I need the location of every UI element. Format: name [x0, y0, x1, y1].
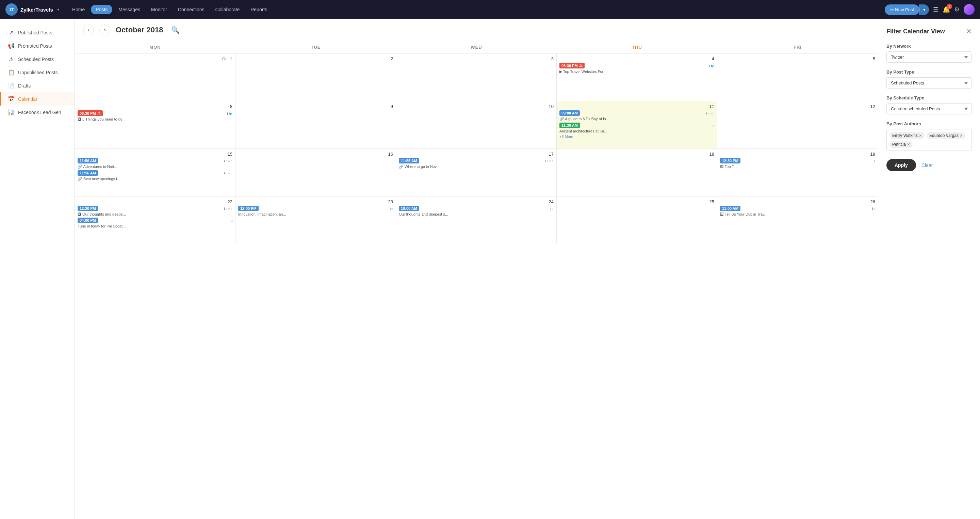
- calendar-label: Calendar: [18, 96, 37, 102]
- scheduled-posts-icon: ⚠: [8, 56, 14, 62]
- calendar-header: ‹ › October 2018 🔍: [75, 19, 878, 41]
- time-badge: 11:30 AM: [559, 123, 580, 128]
- nav-collaborate[interactable]: Collaborate: [211, 5, 245, 14]
- filter-post-type-select[interactable]: Scheduled Posts Published Posts Drafts U…: [886, 77, 972, 89]
- post-title: 🔗 Adventures in Nort...: [78, 164, 232, 169]
- sidebar-item-unpublished-posts[interactable]: 📋 Unpublished Posts: [0, 66, 75, 79]
- post-title: 🔗 Where to go in Nov...: [399, 164, 554, 169]
- post-title: 🖼 Tell Us Your Dublin Trav...: [720, 212, 875, 216]
- cal-date: 10: [399, 104, 554, 109]
- authors-container[interactable]: Emily Watkins × Eduardo Vargas × Petrici…: [886, 129, 972, 151]
- nav-home[interactable]: Home: [67, 5, 89, 14]
- new-post-dropdown-button[interactable]: ▾: [920, 5, 929, 15]
- nav-posts[interactable]: Posts: [91, 5, 112, 14]
- brand[interactable]: ZT ZylkerTravels ▾: [5, 3, 59, 16]
- info-icon: ℹ: [224, 207, 225, 211]
- filter-network-select[interactable]: Twitter Facebook Instagram LinkedIn: [886, 51, 972, 63]
- ni1: ○: [873, 207, 875, 211]
- author-remove-emily[interactable]: ×: [919, 133, 922, 138]
- cal-cell-16[interactable]: 16: [235, 149, 396, 196]
- day-header-tue: TUE: [235, 41, 396, 53]
- post-event[interactable]: 04:00 PM ℹ Tune in today for live updat.…: [78, 217, 232, 228]
- cal-cell-8[interactable]: 8 06:30 PM ⚠ ℹ 🐦 🖼 3 Things you need to …: [75, 101, 235, 149]
- post-event[interactable]: 06:30 PM ⚠ ℹ 🐦 🖼 3 Things you need to do…: [78, 110, 232, 121]
- cal-date: 18: [559, 152, 714, 156]
- filter-schedule-type-select[interactable]: Custom-scheduled Posts Best Time to Post…: [886, 103, 972, 115]
- nav-connections[interactable]: Connections: [173, 5, 209, 14]
- cal-cell-10[interactable]: 10: [396, 101, 557, 149]
- apply-button[interactable]: Apply: [886, 159, 916, 171]
- cal-date: 9: [238, 104, 393, 109]
- calendar-weeks: Oct 1 2 3 4 06:30 PM ⚠: [75, 53, 878, 244]
- brand-chevron-icon: ▾: [57, 7, 59, 12]
- notifications[interactable]: 🔔 2: [943, 6, 950, 13]
- post-event[interactable]: 12:30 PM ℹ ○ ○ ○ 🖼 Our thoughts and deep…: [78, 206, 232, 216]
- post-event[interactable]: 11:56 AM ℹ ○ ○ ○ 🔗 Best new openings f..…: [78, 170, 232, 181]
- filter-close-button[interactable]: ✕: [966, 27, 972, 35]
- cal-cell-3[interactable]: 3: [396, 53, 557, 101]
- cal-date: 12: [720, 104, 875, 109]
- nav-links: Home Posts Messages Monitor Connections …: [67, 5, 882, 14]
- nav-reports[interactable]: Reports: [246, 5, 272, 14]
- cal-cell-18[interactable]: 18: [557, 149, 717, 196]
- post-event[interactable]: 11:30 AM ○ Ancient architectures at Ka..…: [559, 123, 714, 133]
- post-event[interactable]: 10:00 AM ℹ ○ Our thoughts and deepest s.…: [399, 206, 554, 216]
- cal-cell-9[interactable]: 9: [235, 101, 396, 149]
- menu-icon[interactable]: ☰: [933, 6, 939, 13]
- cal-cell-19[interactable]: 19 12:30 PM ℹ 🖼 Top T...: [717, 149, 878, 196]
- cal-cell-17[interactable]: 17 11:55 AM ℹ ○ ○ ○ �: [396, 149, 557, 196]
- sidebar-item-promoted-posts[interactable]: 📢 Promoted Posts: [0, 39, 75, 53]
- cal-cell-24[interactable]: 24 10:00 AM ℹ ○ Our thoughts and deepest…: [396, 196, 557, 244]
- sidebar-item-facebook-lead-gen[interactable]: 📊 Facebook Lead Gen: [0, 105, 75, 119]
- info-icon: ℹ: [227, 112, 228, 115]
- cal-cell-11[interactable]: 11 09:00 AM ℹ ○ ○ ○ �: [557, 101, 717, 149]
- user-avatar[interactable]: [964, 4, 975, 15]
- cal-cell-15[interactable]: 15 11:56 AM ℹ ○ ○ ○ �: [75, 149, 235, 196]
- cal-cell-23[interactable]: 23 12:00 PM ℹ ○ Innovation, imagination,…: [235, 196, 396, 244]
- cal-cell-12[interactable]: 12: [717, 101, 878, 149]
- clear-button[interactable]: Clear: [921, 163, 933, 168]
- sidebar-item-published-posts[interactable]: ↗ Published Posts: [0, 26, 75, 39]
- post-event[interactable]: 09:00 AM ℹ ○ ○ ○ 🔗 A guide to NZ's Bay o…: [559, 110, 714, 121]
- cal-date: 22: [78, 199, 232, 204]
- filter-panel: Filter Calendar View ✕ By Network Twitte…: [878, 19, 980, 519]
- post-title: ▶ Top Travel Websites For ...: [559, 69, 714, 74]
- post-event[interactable]: 06:30 PM ⚠ ℹ 🐦 ▶ Top Travel Websites For…: [559, 63, 714, 74]
- ni2: ○: [228, 207, 230, 211]
- facebook-lead-gen-label: Facebook Lead Gen: [18, 110, 61, 115]
- cal-cell-25[interactable]: 25: [557, 196, 717, 244]
- calendar-prev-button[interactable]: ‹: [83, 24, 94, 35]
- sidebar-item-drafts[interactable]: 📄 Drafts: [0, 79, 75, 92]
- post-title: Our thoughts and deepest s...: [399, 212, 554, 216]
- cal-cell-2[interactable]: 2: [235, 53, 396, 101]
- facebook-lead-gen-icon: 📊: [8, 109, 14, 115]
- post-event[interactable]: 11:56 AM ℹ ○ ○ ○ 🔗 Adventures in Nort...: [78, 158, 232, 169]
- calendar-next-button[interactable]: ›: [99, 24, 110, 35]
- settings-icon[interactable]: ⚙: [954, 6, 959, 13]
- calendar-days-header: MON TUE WED THU FRI: [75, 41, 878, 53]
- calendar-week-4: 22 12:30 PM ℹ ○ ○ ○ �: [75, 196, 878, 244]
- filter-actions: Apply Clear: [886, 159, 972, 171]
- cal-cell-22[interactable]: 22 12:30 PM ℹ ○ ○ ○ �: [75, 196, 235, 244]
- cal-cell-4[interactable]: 4 06:30 PM ⚠ ℹ 🐦 ▶ Top Travel Websites F…: [557, 53, 717, 101]
- calendar-month-title: October 2018: [116, 26, 163, 34]
- post-event[interactable]: 12:30 PM ℹ 🖼 Top T...: [720, 158, 875, 169]
- sidebar-item-scheduled-posts[interactable]: ⚠ Scheduled Posts: [0, 53, 75, 66]
- post-icons: ℹ: [874, 160, 875, 163]
- post-event[interactable]: 11:00 AM ℹ ○ 🖼 Tell Us Your Dublin Trav.…: [720, 206, 875, 216]
- author-remove-petricia[interactable]: ×: [907, 142, 910, 147]
- calendar-filter-icon[interactable]: 🔍: [171, 26, 180, 34]
- nav-monitor[interactable]: Monitor: [146, 5, 172, 14]
- author-remove-eduardo[interactable]: ×: [960, 133, 963, 138]
- cal-cell-26[interactable]: 26 11:00 AM ℹ ○ 🖼 Tell Us Your Dublin Tr…: [717, 196, 878, 244]
- filter-by-post-type: By Post Type Scheduled Posts Published P…: [886, 69, 972, 89]
- cal-cell-5[interactable]: 5: [717, 53, 878, 101]
- post-event[interactable]: 12:00 PM ℹ ○ Innovation, imagination, an…: [238, 206, 393, 216]
- new-post-button[interactable]: ✏ New Post: [885, 5, 920, 15]
- nav-messages[interactable]: Messages: [114, 5, 145, 14]
- post-icons: ○: [713, 124, 714, 127]
- post-event[interactable]: 11:55 AM ℹ ○ ○ ○ 🔗 Where to go in Nov...: [399, 158, 554, 169]
- cal-cell-oct1[interactable]: Oct 1: [75, 53, 235, 101]
- more-posts-link[interactable]: +3 More: [559, 134, 714, 139]
- sidebar-item-calendar[interactable]: 📅 Calendar: [0, 92, 75, 105]
